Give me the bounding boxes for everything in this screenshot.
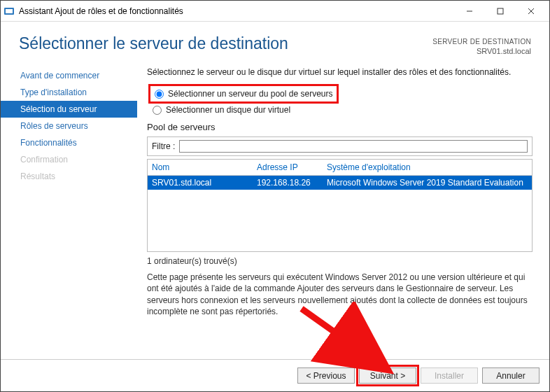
radio-pool[interactable]: [155, 90, 164, 99]
highlight-select-pool: Sélectionner un serveur du pool de serve…: [148, 84, 339, 104]
cell-name: SRV01.std.local: [152, 178, 257, 188]
radio-group: Sélectionner un serveur du pool de serve…: [151, 84, 533, 116]
pool-title: Pool de serveurs: [147, 122, 533, 132]
radio-vhd-label: Sélectionner un disque dur virtuel: [166, 105, 290, 115]
filter-input[interactable]: [179, 140, 528, 153]
filter-label: Filtre :: [152, 141, 175, 151]
filter-row: Filtre :: [147, 136, 533, 156]
table-row[interactable]: SRV01.std.local 192.168.18.26 Microsoft …: [148, 176, 532, 190]
previous-button[interactable]: < Previous: [297, 368, 355, 384]
content: Avant de commencer Type d'installation S…: [1, 60, 549, 367]
footer: < Previous Suivant > Installer Annuler: [1, 359, 549, 391]
cell-ip: 192.168.18.26: [257, 178, 327, 188]
window-title: Assistant Ajout de rôles et de fonctionn…: [19, 6, 454, 16]
radio-pool-row[interactable]: Sélectionner un serveur du pool de serve…: [155, 88, 332, 100]
next-button[interactable]: Suivant >: [359, 368, 416, 384]
explain-text: Cette page présente les serveurs qui exé…: [147, 272, 533, 317]
close-button[interactable]: [516, 1, 547, 21]
col-ip[interactable]: Adresse IP: [257, 162, 327, 172]
minimize-button[interactable]: [454, 1, 485, 21]
server-count: 1 ordinateur(s) trouvé(s): [147, 256, 533, 266]
titlebar: Assistant Ajout de rôles et de fonctionn…: [1, 1, 549, 22]
destination-label: SERVEUR DE DESTINATION: [432, 37, 531, 46]
step-before-you-begin[interactable]: Avant de commencer: [1, 67, 137, 84]
cell-os: Microsoft Windows Server 2019 Standard E…: [327, 178, 528, 188]
radio-vhd[interactable]: [153, 106, 162, 115]
destination-info: SERVEUR DE DESTINATION SRV01.std.local: [432, 34, 531, 56]
maximize-button[interactable]: [485, 1, 516, 21]
col-name[interactable]: Nom: [152, 162, 257, 172]
step-results: Résultats: [1, 168, 137, 185]
step-confirmation: Confirmation: [1, 151, 137, 168]
wizard-header: Sélectionner le serveur de destination S…: [1, 22, 549, 60]
table-body: SRV01.std.local 192.168.18.26 Microsoft …: [148, 176, 532, 251]
main-panel: Sélectionnez le serveur ou le disque dur…: [137, 60, 549, 367]
step-installation-type[interactable]: Type d'installation: [1, 84, 137, 101]
intro-text: Sélectionnez le serveur ou le disque dur…: [147, 67, 533, 77]
cancel-button[interactable]: Annuler: [482, 368, 540, 384]
table-header: Nom Adresse IP Système d'exploitation: [148, 160, 532, 176]
app-icon: [3, 6, 15, 17]
destination-server: SRV01.std.local: [432, 46, 531, 56]
radio-vhd-row[interactable]: Sélectionner un disque dur virtuel: [153, 104, 533, 116]
page-title: Sélectionner le serveur de destination: [19, 34, 432, 53]
step-features[interactable]: Fonctionnalités: [1, 134, 137, 151]
radio-pool-label: Sélectionner un serveur du pool de serve…: [168, 89, 332, 99]
server-table: Nom Adresse IP Système d'exploitation SR…: [147, 159, 533, 252]
step-server-roles[interactable]: Rôles de serveurs: [1, 118, 137, 134]
step-server-selection[interactable]: Sélection du serveur: [1, 101, 137, 118]
svg-rect-1: [6, 9, 13, 13]
install-button: Installer: [421, 368, 478, 384]
svg-rect-3: [498, 8, 503, 14]
wizard-steps: Avant de commencer Type d'installation S…: [1, 60, 137, 367]
col-os[interactable]: Système d'exploitation: [327, 162, 528, 172]
